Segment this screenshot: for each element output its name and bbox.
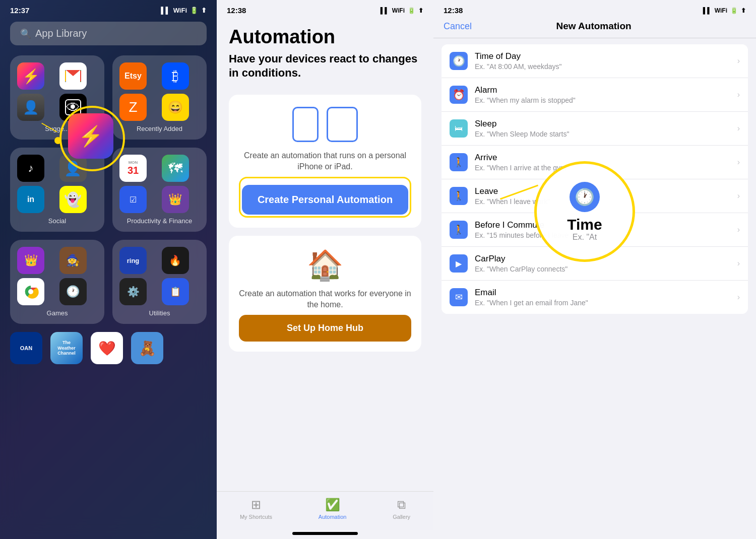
- nav-bar: Cancel New Automation: [433, 17, 756, 38]
- folder-social[interactable]: ♪ 👤 in 👻 Social: [10, 148, 104, 232]
- app-teddy[interactable]: 🧸: [131, 332, 163, 364]
- my-shortcuts-label: My Shortcuts: [240, 514, 272, 520]
- app-clock[interactable]: 🕐: [59, 278, 87, 305]
- app-check-grid[interactable]: ☑: [119, 186, 147, 213]
- chevron-right-icon-email: ›: [737, 293, 740, 302]
- app-zalando[interactable]: Z: [119, 94, 147, 121]
- app-person[interactable]: 👤: [59, 155, 87, 182]
- folder-row-3: 👑 🧙 🕐 Games: [10, 240, 207, 324]
- screen2-automation: 12:38 ▌▌ WiFi 🔋 ⬆ Automation Have your d…: [217, 0, 433, 539]
- status-icons: ▌▌ WiFi 🔋 ⬆: [161, 7, 207, 14]
- tab-gallery[interactable]: ⧉ Gallery: [393, 498, 410, 520]
- app-maps[interactable]: 🗺: [162, 155, 189, 182]
- app-portrait[interactable]: 👤: [17, 94, 44, 121]
- utilities-label: Utilities: [119, 309, 200, 317]
- alarm-icon: ⏰: [450, 86, 468, 104]
- recently-added-grid: Etsy ₿ Z 😄: [119, 62, 200, 121]
- app-firefly[interactable]: 🔥: [162, 247, 189, 274]
- automation-subtitle: Have your devices react to changes in co…: [229, 52, 421, 81]
- social-grid: ♪ 👤 in 👻: [17, 155, 97, 213]
- app-library-search[interactable]: 🔍 App Library: [10, 22, 207, 45]
- app-chrome[interactable]: [17, 278, 44, 305]
- tab-my-shortcuts[interactable]: ⊞ My Shortcuts: [240, 498, 272, 520]
- app-extra2[interactable]: 📋: [162, 278, 189, 305]
- signal-icon-2: ▌▌: [381, 7, 389, 14]
- productivity-grid: MON 31 🗺 ☑ 👑: [119, 155, 200, 213]
- app-misc[interactable]: 👑: [162, 186, 189, 213]
- zoom-subtitle: Ex. "At: [568, 233, 602, 242]
- email-text: Email Ex. "When I get an email from Jane…: [475, 288, 737, 307]
- chevron-right-icon: ›: [737, 56, 740, 65]
- automation-list-scroll[interactable]: 🕐 Time of Day Ex. "At 8:00 AM, weekdays"…: [433, 38, 756, 539]
- productivity-label: Productivity & Finance: [119, 217, 200, 225]
- home-indicator-2: [292, 532, 358, 535]
- list-item-time-of-day[interactable]: 🕐 Time of Day Ex. "At 8:00 AM, weekdays"…: [442, 44, 748, 78]
- chevron-right-icon-sleep: ›: [737, 124, 740, 133]
- suggested-grid: ⚡ 👤 👁: [17, 62, 97, 121]
- sleep-title: Sleep: [475, 119, 737, 129]
- leave-icon: 🚶: [450, 187, 468, 205]
- location-icon: ⬆: [201, 7, 207, 14]
- app-linkedin[interactable]: in: [17, 186, 44, 213]
- app-snapchat[interactable]: 👻: [59, 186, 87, 213]
- app-weather-channel[interactable]: The Weather Channel: [50, 332, 83, 364]
- app-grid: ⚡ 👤 👁 Sugge... Etsy ₿: [0, 50, 217, 377]
- social-label: Social: [17, 217, 97, 225]
- app-bitmoji[interactable]: 😄: [162, 94, 189, 121]
- gallery-tab-label: Gallery: [393, 514, 410, 520]
- folder-games[interactable]: 👑 🧙 🕐 Games: [10, 240, 104, 324]
- nav-title: New Automation: [556, 21, 631, 32]
- list-item-sleep[interactable]: 🛏 Sleep Ex. "When Sleep Mode starts" ›: [442, 112, 748, 146]
- app-shortcuts[interactable]: ⚡: [17, 62, 44, 90]
- sleep-icon: 🛏: [450, 119, 468, 138]
- search-label: App Library: [35, 28, 87, 39]
- callout-dot: [54, 137, 61, 144]
- shortcuts-zoomed-icon[interactable]: ⚡: [68, 113, 113, 159]
- folder-productivity[interactable]: MON 31 🗺 ☑ 👑 Productivity & Finance: [112, 148, 207, 232]
- app-ring[interactable]: ring: [119, 247, 147, 274]
- create-personal-automation-button[interactable]: Create Personal Automation: [242, 185, 408, 215]
- status-time-2: 12:38: [227, 6, 246, 15]
- list-item-email[interactable]: ✉ Email Ex. "When I get an email from Ja…: [442, 281, 748, 314]
- app-health[interactable]: ❤️: [91, 332, 123, 364]
- list-item-alarm[interactable]: ⏰ Alarm Ex. "When my alarm is stopped" ›: [442, 78, 748, 112]
- app-tiktok[interactable]: ♪: [17, 155, 44, 182]
- app-gmail[interactable]: [59, 62, 87, 90]
- games-label: Games: [17, 309, 97, 317]
- email-icon: ✉: [450, 288, 468, 306]
- personal-automation-card: Create an automation that runs on a pers…: [229, 95, 421, 228]
- battery-icon-2: 🔋: [408, 7, 415, 14]
- tab-automation[interactable]: ✅ Automation: [319, 498, 347, 520]
- location-icon-2: ⬆: [418, 7, 423, 14]
- app-clash[interactable]: 👑: [17, 247, 44, 274]
- automation-title: Automation: [229, 27, 421, 48]
- cancel-button[interactable]: Cancel: [444, 21, 472, 32]
- alarm-subtitle: Ex. "When my alarm is stopped": [475, 96, 737, 104]
- folder-utilities[interactable]: ring 🔥 ⚙️ 📋 Utilities: [112, 240, 207, 324]
- phone-outline-icon: [292, 107, 319, 142]
- wifi-icon-3: WiFi: [715, 7, 727, 14]
- zoom-clock-icon: 🕐: [570, 182, 600, 212]
- folder-recently-added[interactable]: Etsy ₿ Z 😄 Recently Added: [112, 55, 207, 140]
- location-icon-3: ⬆: [741, 7, 746, 14]
- battery-icon-3: 🔋: [730, 7, 738, 14]
- time-of-day-icon: 🕐: [450, 52, 468, 70]
- tab-bar: ⊞ My Shortcuts ✅ Automation ⧉ Gallery: [217, 491, 433, 530]
- svg-point-4: [28, 289, 33, 294]
- app-calendar[interactable]: MON 31: [119, 155, 147, 182]
- setup-home-hub-button[interactable]: Set Up Home Hub: [239, 315, 411, 342]
- signal-icon: ▌▌: [161, 7, 170, 14]
- sleep-text: Sleep Ex. "When Sleep Mode starts": [475, 119, 737, 138]
- home-automation-card: 🏠 Create an automation that works for ev…: [229, 236, 421, 352]
- utilities-grid: ring 🔥 ⚙️ 📋: [119, 247, 200, 305]
- app-etsy[interactable]: Etsy: [119, 62, 147, 90]
- app-wizard[interactable]: 🧙: [59, 247, 87, 274]
- gallery-tab-icon: ⧉: [397, 498, 406, 512]
- app-coinbase[interactable]: ₿: [162, 62, 189, 90]
- alarm-title: Alarm: [475, 85, 737, 95]
- app-oan[interactable]: OAN: [10, 332, 42, 364]
- automation-tab-label: Automation: [319, 514, 347, 520]
- zoom-title: Time: [567, 216, 602, 233]
- app-extra1[interactable]: ⚙️: [119, 278, 147, 305]
- home-icon: 🏠: [307, 248, 343, 282]
